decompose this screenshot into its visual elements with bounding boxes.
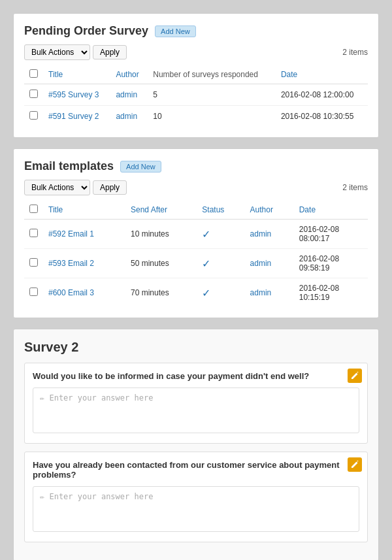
email-templates-row-status-0: ✓ <box>197 220 244 249</box>
pending-survey-toolbar: Bulk Actions Apply 2 items <box>24 44 368 60</box>
email-templates-add-new-button[interactable]: Add New <box>120 161 161 173</box>
email-templates-toolbar: Bulk Actions Apply 2 items <box>24 180 368 195</box>
pending-survey-row-title-1[interactable]: #591 Survey 2 <box>48 112 99 121</box>
edit-icon <box>351 372 359 380</box>
email-templates-items-count: 2 items <box>342 183 368 192</box>
pending-survey-col-author: Author <box>110 65 148 84</box>
pending-survey-bulk-actions-select[interactable]: Bulk Actions <box>24 44 90 60</box>
pending-survey-col-surveys-responded: Number of surveys responded <box>148 65 276 84</box>
pending-survey-apply-button[interactable]: Apply <box>93 45 127 59</box>
survey-answer-textarea-0[interactable] <box>33 387 359 433</box>
email-templates-table: Title Send After Status Author Date #592… <box>24 201 368 307</box>
table-row: #592 Email 1 10 minutes ✓ admin 2016-02-… <box>24 220 368 249</box>
pending-order-survey-title: Pending Order Survey <box>24 24 148 38</box>
survey-question-edit-button-1[interactable] <box>348 457 362 472</box>
email-templates-col-status: Status <box>197 201 244 220</box>
survey-question-edit-button-0[interactable] <box>348 369 362 383</box>
status-check-icon-1: ✓ <box>202 258 210 269</box>
email-templates-row-title-0[interactable]: #592 Email 1 <box>48 229 94 239</box>
email-templates-row-author-1[interactable]: admin <box>250 259 272 268</box>
survey-question-text-0: Would you like to be informed in case yo… <box>33 371 359 381</box>
email-templates-row-send-after-2: 70 minutes <box>125 278 197 308</box>
email-templates-row-title-2[interactable]: #600 Email 3 <box>48 288 94 297</box>
survey-questions-container: Would you like to be informed in case yo… <box>24 363 368 542</box>
pending-survey-col-date[interactable]: Date <box>276 65 368 84</box>
pending-survey-row-date-1: 2016-02-08 10:30:55 <box>276 106 368 127</box>
email-templates-col-date[interactable]: Date <box>294 201 368 220</box>
status-check-icon-2: ✓ <box>202 288 210 299</box>
email-templates-row-checkbox-0[interactable] <box>29 229 38 237</box>
pending-survey-row-surveys-1: 10 <box>148 106 276 127</box>
email-templates-col-send-after: Send After <box>125 201 197 220</box>
email-templates-bulk-actions-select[interactable]: Bulk Actions <box>24 180 90 195</box>
email-templates-row-send-after-1: 50 minutes <box>125 249 197 278</box>
survey-question-text-1: Have you already been contacted from our… <box>33 460 359 480</box>
survey-2-title: Survey 2 <box>24 340 368 355</box>
email-templates-title: Email templates <box>24 159 114 173</box>
pending-survey-row-date-0: 2016-02-08 12:00:00 <box>276 84 368 106</box>
email-templates-row-send-after-0: 10 minutes <box>125 220 197 249</box>
pending-survey-select-all-checkbox[interactable] <box>29 69 38 78</box>
pending-survey-row-checkbox-1[interactable] <box>29 111 38 120</box>
email-templates-row-date-0: 2016-02-08 08:00:17 <box>294 220 368 249</box>
table-row: #591 Survey 2 admin 10 2016-02-08 10:30:… <box>24 106 368 127</box>
email-templates-row-author-0[interactable]: admin <box>250 229 272 239</box>
email-templates-apply-button[interactable]: Apply <box>93 180 127 195</box>
table-row: #593 Email 2 50 minutes ✓ admin 2016-02-… <box>24 249 368 278</box>
pending-survey-header-row: Title Author Number of surveys responded… <box>24 65 368 84</box>
email-templates-row-date-2: 2016-02-08 10:15:19 <box>294 278 368 308</box>
survey-answer-textarea-1[interactable] <box>33 486 359 532</box>
email-templates-col-author: Author <box>245 201 294 220</box>
email-templates-header-checkbox-col <box>24 201 43 220</box>
email-templates-header-row: Title Send After Status Author Date <box>24 201 368 220</box>
panel-header-pending: Pending Order Survey Add New <box>24 24 368 38</box>
pending-survey-table: Title Author Number of surveys responded… <box>24 65 368 127</box>
pending-survey-header-checkbox-col <box>24 65 43 84</box>
panel-header-email: Email templates Add New <box>24 159 368 173</box>
pending-survey-add-new-button[interactable]: Add New <box>155 25 196 37</box>
table-row: #600 Email 3 70 minutes ✓ admin 2016-02-… <box>24 278 368 308</box>
pending-survey-row-author-1[interactable]: admin <box>116 112 137 121</box>
status-check-icon-0: ✓ <box>202 229 210 240</box>
email-templates-row-title-1[interactable]: #593 Email 2 <box>48 259 94 268</box>
pending-survey-row-title-0[interactable]: #595 Survey 3 <box>48 90 99 99</box>
email-templates-row-status-1: ✓ <box>197 249 244 278</box>
email-templates-row-checkbox-2[interactable] <box>29 288 38 296</box>
email-templates-row-status-2: ✓ <box>197 278 244 308</box>
pending-survey-row-checkbox-0[interactable] <box>29 90 38 98</box>
survey-2-panel: Survey 2 Would you like to be informed i… <box>13 329 379 560</box>
pending-survey-row-author-0[interactable]: admin <box>116 90 137 99</box>
pending-survey-col-title[interactable]: Title <box>43 65 110 84</box>
survey-question-block-0: Would you like to be informed in case yo… <box>24 363 368 444</box>
email-templates-panel: Email templates Add New Bulk Actions App… <box>13 148 379 318</box>
email-templates-select-all-checkbox[interactable] <box>29 205 38 213</box>
email-templates-row-checkbox-1[interactable] <box>29 258 38 267</box>
table-row: #595 Survey 3 admin 5 2016-02-08 12:00:0… <box>24 84 368 106</box>
pending-survey-row-surveys-0: 5 <box>148 84 276 106</box>
survey-question-block-1: Have you already been contacted from our… <box>24 452 368 542</box>
email-templates-col-title[interactable]: Title <box>43 201 125 220</box>
email-templates-row-author-2[interactable]: admin <box>250 288 272 297</box>
email-templates-row-date-1: 2016-02-08 09:58:19 <box>294 249 368 278</box>
pending-survey-items-count: 2 items <box>342 48 368 57</box>
edit-icon <box>351 461 359 469</box>
pending-order-survey-panel: Pending Order Survey Add New Bulk Action… <box>13 13 379 138</box>
